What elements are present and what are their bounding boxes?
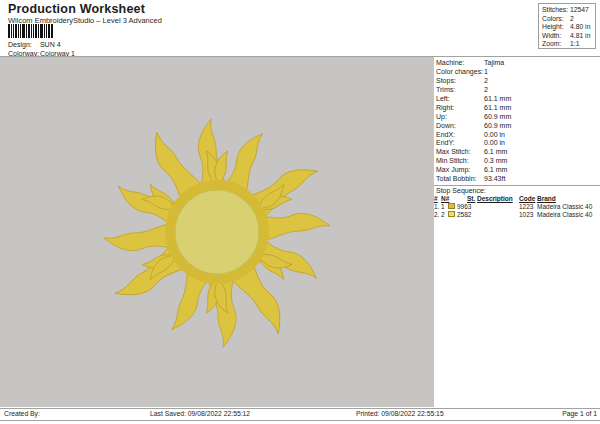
thread-color-swatch bbox=[448, 203, 455, 209]
info-row-right: Right:61.1 mm bbox=[436, 104, 598, 113]
info-row-endx: EndX:0.00 in bbox=[436, 131, 598, 140]
table-row: 2. 2 2582 1023 Madeira Classic 40 bbox=[434, 211, 600, 219]
table-row: 1. 1 9963 1223 Madeira Classic 40 bbox=[434, 203, 600, 211]
stat-height: Height:4.80 in bbox=[542, 23, 595, 32]
machine-info-panel: Machine:Tajima Color changes:1 Stops:2 T… bbox=[434, 57, 600, 407]
page-title: Production Worksheet bbox=[8, 2, 145, 16]
stat-zoom: Zoom:1:1 bbox=[542, 40, 595, 49]
sun-center bbox=[175, 190, 259, 274]
footer-last-saved: Last Saved: 09/08/2022 22:55:12 bbox=[150, 410, 250, 417]
info-row-min-stitch: Min Stitch:0.3 mm bbox=[436, 157, 598, 166]
stop-sequence-title: Stop Sequence: bbox=[436, 187, 486, 194]
panel-divider bbox=[434, 185, 600, 186]
info-row-max-stitch: Max Stitch:6.1 mm bbox=[436, 148, 598, 157]
column-header-brand: Brand bbox=[537, 195, 556, 202]
column-header-code: Code bbox=[519, 195, 535, 202]
info-row-up: Up:60.9 mm bbox=[436, 113, 598, 122]
info-row-color-changes: Color changes:1 bbox=[436, 68, 598, 77]
info-row-endy: EndY:0.00 in bbox=[436, 139, 598, 148]
design-stats-box: Stitches:12547 Colors:2 Height:4.80 in W… bbox=[538, 3, 596, 49]
design-name-row: Design: SUN 4 bbox=[8, 41, 61, 48]
footer-divider-bottom bbox=[0, 420, 600, 421]
barcode-icon bbox=[8, 24, 56, 38]
stat-colors: Colors:2 bbox=[542, 15, 595, 24]
column-header-num: # bbox=[434, 195, 438, 202]
footer-page-number: Page 1 of 1 bbox=[562, 410, 597, 417]
design-label: Design: bbox=[8, 41, 38, 48]
info-row-machine: Machine:Tajima bbox=[436, 59, 598, 68]
machine-info-list: Machine:Tajima Color changes:1 Stops:2 T… bbox=[436, 59, 598, 184]
info-row-down: Down:60.9 mm bbox=[436, 122, 598, 131]
info-row-max-jump: Max Jump:6.1 mm bbox=[436, 166, 598, 175]
footer-printed: Printed: 09/08/2022 22:55:15 bbox=[356, 410, 444, 417]
design-value: SUN 4 bbox=[40, 41, 61, 48]
thread-color-swatch bbox=[448, 211, 455, 217]
info-row-trims: Trims:2 bbox=[436, 86, 598, 95]
column-header-needle: N# bbox=[441, 195, 449, 202]
footer-created-by: Created By: bbox=[4, 410, 40, 417]
column-header-stitches: St. bbox=[467, 195, 475, 202]
footer-divider-top bbox=[0, 408, 600, 409]
sun-embroidery-design bbox=[97, 117, 361, 357]
stat-stitches: Stitches:12547 bbox=[542, 6, 595, 15]
info-row-stops: Stops:2 bbox=[436, 77, 598, 86]
info-row-left: Left:61.1 mm bbox=[436, 95, 598, 104]
design-canvas bbox=[0, 57, 434, 407]
column-header-description: Description bbox=[477, 195, 513, 202]
info-row-total-bobbin: Total Bobbin:93.43ft bbox=[436, 175, 598, 184]
production-worksheet-page: Production Worksheet Wilcom EmbroiderySt… bbox=[0, 0, 600, 424]
stat-width: Width:4.81 in bbox=[542, 32, 595, 41]
